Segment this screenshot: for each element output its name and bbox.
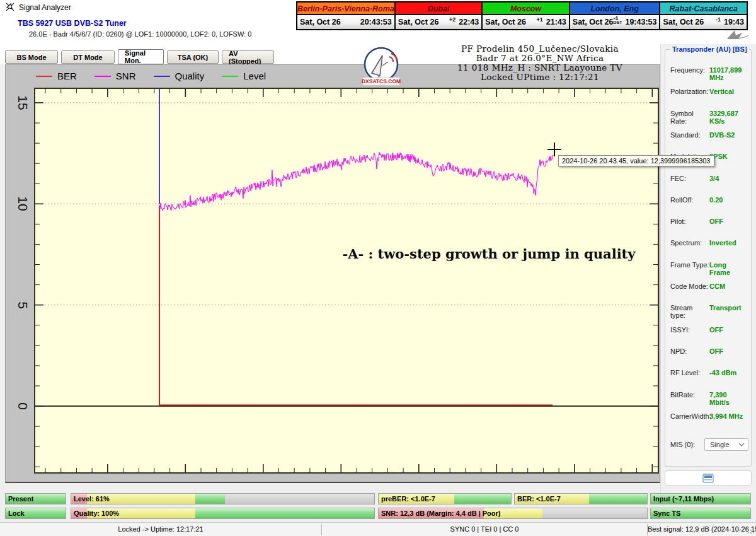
mis-select[interactable]: Single [704, 438, 748, 451]
tp-label: ISSYI: [670, 326, 709, 334]
indicator-segment-green [589, 494, 647, 504]
indicator-level: Level: 61% [71, 493, 375, 504]
transponder-groupbox: Transponder (AU) [BS] Frequency:11017,89… [665, 49, 752, 467]
y-tick-label-10: 10 [14, 195, 31, 212]
indicator-snr: SNR: 12,3 dB (Margin: 4,4 dB | Poor) [378, 508, 648, 519]
indicator-present: Present [5, 493, 66, 504]
y-tick-label-0: 0 [14, 398, 31, 414]
tp-label: Code Mode: [670, 283, 709, 290]
clock-2: MoscowSat, Oct 26+121:43 [483, 3, 570, 29]
clock-3: London, EngSat, Oct 26-1DST19:43:53 [570, 3, 661, 29]
indicator-input-7-11-mbps: Input (~7,11 Mbps) [650, 493, 751, 504]
transponder-row-issyi: ISSYI:OFF [670, 326, 748, 334]
site-header-line4: Locked UPtime : 12:17:21 [401, 73, 679, 82]
tuner-detail: 26.0E - Badr 4/5/6/7 (ID: 0260) @ LOF1: … [29, 30, 251, 38]
indicator-row-1: PresentLevel: 61%preBER: <1.0E-7BER: <1.… [0, 493, 756, 504]
tp-value: -43 dBm [709, 369, 736, 376]
indicator-preber: preBER: <1.0E-7 [378, 493, 512, 504]
tab-av-stopped[interactable]: AV (Stopped) [222, 50, 274, 64]
tp-value: 3/4 [709, 175, 719, 182]
site-header: PF Prodelin 450_Lučenec/Slovakia Badr 7 … [401, 44, 679, 82]
tab-signal-mon[interactable]: Signal Mon. [118, 49, 164, 64]
tp-value: Transport [709, 304, 742, 319]
legend-label: SNR [116, 71, 136, 81]
statusbar-sync: SYNC 0 | TEI 0 | CC 0 [322, 525, 647, 533]
clock-city: Rabat-Casablanca [660, 3, 747, 15]
legend-swatch [154, 76, 170, 77]
clock-date: Sat, Oct 26 [663, 18, 704, 26]
legend-item-ber: BER [36, 71, 77, 81]
indicator-sync-ts: Sync TS [650, 508, 751, 519]
transponder-row-polarization: Polarization:Vertical [670, 88, 748, 95]
dxsatcs-logo-text: DXSATCS.COM [362, 78, 401, 84]
transponder-row-fec: FEC:3/4 [670, 175, 748, 182]
indicator-label: Lock [8, 510, 25, 517]
tp-label: BitRate: [670, 391, 709, 406]
clock-4: Rabat-CasablancaSat, Oct 26-119:43 [660, 3, 747, 29]
legend-swatch [94, 76, 111, 77]
tp-value: DVB-S2 [709, 131, 735, 139]
tp-value: 7,390 Mbit/s [709, 391, 748, 406]
tp-value: 3,994 MHz [709, 412, 743, 420]
window-title: Signal Analyzer [19, 3, 71, 12]
tp-label: CarrierWidth: [670, 412, 709, 420]
tab-dt-mode[interactable]: DT Mode [61, 50, 115, 64]
transponder-row-bitrate: BitRate:7,390 Mbit/s [670, 391, 748, 406]
mode-tabs: BS ModeDT ModeSignal Mon.TSA (OK)AV (Sto… [5, 50, 274, 66]
tp-value: OFF [709, 326, 723, 334]
chevron-down-icon [738, 443, 745, 446]
transponder-panel: Transponder (AU) [BS] Frequency:11017,89… [660, 44, 756, 493]
legend-label: Quality [175, 71, 205, 81]
resize-grip-icon[interactable] [747, 527, 755, 534]
transponder-row-standard: Standard:DVB-S2 [670, 131, 748, 139]
mis-value: Single [710, 441, 730, 448]
tab-bs-mode[interactable]: BS Mode [5, 50, 58, 64]
indicator-segment-gray [225, 494, 374, 504]
clock-city: London, Eng [570, 3, 660, 15]
chart-annotation: -A- : two-step growth or jump in quality [333, 246, 645, 262]
indicator-segment-gray [542, 508, 647, 518]
legend-item-quality: Quality [154, 71, 205, 81]
value-tooltip: 2024-10-26 20.43.45, value: 12,399999618… [558, 155, 714, 166]
tp-label: NPD: [670, 347, 709, 355]
statusbar-uptime: Locked -> Uptime: 12:17:21 [0, 525, 321, 533]
legend-swatch [36, 76, 52, 77]
chart-legend: BERSNRQualityLevel [36, 71, 266, 81]
tp-label: Pilot: [670, 218, 709, 225]
clock-city: Dubai [396, 3, 482, 15]
signal-plot[interactable] [34, 88, 659, 474]
save-icon [702, 474, 714, 483]
indicator-label: Input (~7,11 Mbps) [653, 495, 714, 503]
world-clocks-window[interactable]: Berlin-Paris-Vienna-RomaSat, Oct 2620:43… [296, 1, 748, 30]
tab-tsa-ok[interactable]: TSA (OK) [167, 50, 219, 64]
clock-time: 21:43 [546, 18, 566, 26]
indicator-label: SNR: 12,3 dB (Margin: 4,4 dB | Poor) [381, 510, 501, 517]
clock-date: Sat, Oct 26 [573, 18, 614, 26]
transponder-title: Transponder (AU) [BS] [670, 45, 749, 53]
dxsatcs-logo: DXSATCS.COM [359, 47, 403, 88]
clock-date: Sat, Oct 26 [398, 18, 439, 26]
clock-utc-offset: +1 [537, 16, 543, 23]
tp-value: 3329,687 KS/s [709, 110, 748, 125]
chart-panel: BERSNRQualityLevel 051015 [5, 64, 660, 483]
clock-time: 20:43:53 [360, 18, 392, 26]
mis-label: MIS (0): [670, 441, 695, 448]
tp-value: OFF [709, 347, 723, 355]
tp-label: Standard: [670, 131, 709, 139]
transponder-row-npd: NPD:OFF [670, 347, 748, 355]
transponder-row-symbol-rate: Symbol Rate:3329,687 KS/s [670, 110, 748, 125]
tp-label: Stream type: [670, 304, 709, 319]
clock-time: 19:43:53 [625, 18, 656, 26]
y-tick-label-15: 15 [14, 95, 31, 111]
tuner-name: TBS 5927 USB DVB-S2 Tuner [18, 19, 127, 28]
indicator-label: Quality: 100% [74, 510, 119, 517]
transponder-row-rolloff: RollOff:0.20 [670, 196, 748, 204]
clock-utc-offset: -1DST [613, 15, 622, 25]
transponder-row-stream-type: Stream type:Transport [670, 304, 748, 319]
satellite-dish-app-icon [5, 2, 16, 13]
clock-time: 19:43 [724, 18, 744, 26]
save-button[interactable] [665, 470, 752, 486]
clock-1: DubaiSat, Oct 26+222:43 [396, 3, 483, 29]
clock-date: Sat, Oct 26 [300, 18, 341, 26]
legend-swatch [222, 76, 238, 77]
